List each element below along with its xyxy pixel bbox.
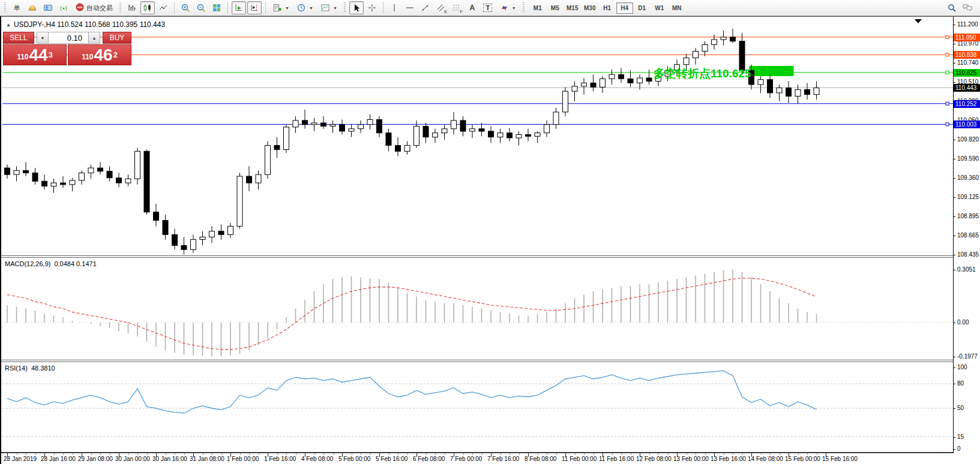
new-order-label: 单 [14,4,20,13]
time-tick [761,453,762,455]
price-chart-canvas[interactable]: 多空转折点110.625 [2,17,953,255]
macd-signal-line [7,278,817,349]
time-axis-label: 31 Jan 08:00 [190,456,224,462]
time-tick [426,453,427,455]
trendline-button[interactable] [418,1,433,14]
time-tick [286,453,287,455]
toolbar-grip[interactable] [119,2,121,13]
signal-icon[interactable] [56,1,71,14]
buy-button[interactable]: BUY [103,32,131,44]
time-tick [668,453,669,455]
bar-chart-button[interactable] [125,1,139,14]
timeframe-M30-button[interactable]: M30 [582,2,598,14]
volume-decrease-button[interactable]: ▼ [37,32,49,44]
time-tick [175,453,175,455]
cursor-button[interactable] [349,1,364,14]
axis-tick-label: 0 [957,445,961,453]
zoom-out-button[interactable] [194,1,208,14]
axis-tick-mark [953,384,955,384]
chart-title-text: USDJPY-,H4 110.524 110.568 110.395 110.4… [14,20,165,29]
text-tool-button[interactable]: A [465,1,479,14]
axis-tick-mark [953,178,955,179]
axis-tick-label: 50 [957,405,964,412]
timeframe-W1-button[interactable]: W1 [651,2,668,14]
time-tick [110,453,110,455]
search-icon[interactable] [945,1,959,14]
periods-button[interactable]: ▼ [293,1,316,14]
volume-increase-button[interactable]: ▲ [88,32,100,44]
axis-tick-mark [953,44,955,44]
toolbar-grip[interactable] [344,2,346,13]
timeframe-H4-button[interactable]: H4 [616,2,633,14]
time-axis-label: 28 Jan 16:00 [41,456,76,462]
autotrade-button[interactable]: 自动交易 [72,1,116,14]
templates-button[interactable]: ▼ [317,1,340,14]
chart-shift-button[interactable] [247,1,262,14]
timeframe-H1-button[interactable]: H1 [599,2,616,14]
indicators-button[interactable]: ▼ [269,1,292,14]
price-axis[interactable]: 111.200110.970110.740110.510110.280110.0… [953,17,980,464]
axis-tick-label: 0.00 [957,319,969,326]
volume-input[interactable]: 0.10 [49,32,88,44]
toolbar-separator [265,2,266,14]
time-axis-label: 6 Feb 08:00 [413,456,445,462]
sell-price-button[interactable]: 110 44 3 [3,44,67,65]
rsi-line [7,370,817,413]
tile-windows-icon[interactable] [209,1,224,14]
axis-tick-mark [953,25,955,25]
autotrade-icon [75,2,85,13]
buy-price-button[interactable]: 110 46 2 [68,44,131,65]
collapse-icon[interactable]: ▲ [6,22,11,28]
axis-tick-mark [953,216,955,217]
time-tick [398,453,398,455]
axis-tick-label: -0.1977 [957,353,978,360]
toolbar-grip[interactable] [4,2,6,13]
time-tick [63,453,64,455]
time-tick [203,453,203,455]
timeframe-M15-button[interactable]: M15 [564,2,581,14]
time-axis-label: 4 Feb 08:00 [301,456,333,462]
price-level-label: 110.003 [954,120,980,128]
time-axis-label: 5 Feb 00:00 [338,456,370,462]
axis-tick-mark [953,367,955,368]
time-tick [370,453,371,455]
macd-canvas[interactable] [2,258,953,360]
toolbar-grip[interactable] [523,2,525,13]
chat-icon[interactable] [960,1,975,14]
zoom-in-button[interactable] [178,1,193,14]
time-tick [501,453,501,455]
new-order-button[interactable]: 单 [10,1,24,14]
time-tick [687,453,687,455]
line-chart-button[interactable] [156,1,170,14]
candlestick-chart-button[interactable] [140,1,155,14]
horizontal-line-button[interactable] [403,1,417,14]
arrows-button[interactable]: ▼ [496,1,519,14]
rsi-canvas[interactable] [2,362,953,452]
time-axis-label: 11 Feb 00:00 [562,456,597,462]
time-tick [73,453,73,455]
equidistant-channel-button[interactable]: E [434,1,448,14]
timeframe-M1-button[interactable]: M1 [529,2,546,14]
axis-tick-mark [953,449,955,450]
axis-tick-mark [953,357,955,357]
fibonacci-button[interactable]: F [449,1,464,14]
vertical-line-button[interactable] [387,1,401,14]
time-tick [733,453,733,455]
toolbar-separator [174,2,175,14]
timeframe-M5-button[interactable]: M5 [547,2,564,14]
timeframe-D1-button[interactable]: D1 [634,2,651,14]
time-tick [26,453,26,455]
autotrade-label: 自动交易 [86,4,113,13]
time-tick [631,453,631,455]
profile-icon[interactable] [41,1,55,14]
eraser-icon[interactable] [25,1,40,14]
shift-marker-icon [915,19,922,23]
sell-button[interactable]: SELL [3,32,34,44]
text-label-button[interactable]: T [481,1,495,14]
time-tick [463,453,464,455]
time-axis[interactable]: 28 Jan 201928 Jan 16:0029 Jan 08:0030 Ja… [2,453,953,464]
time-tick [333,453,334,455]
timeframe-MN-button[interactable]: MN [669,2,685,14]
crosshair-button[interactable] [365,1,379,14]
auto-scroll-button[interactable] [232,1,246,14]
